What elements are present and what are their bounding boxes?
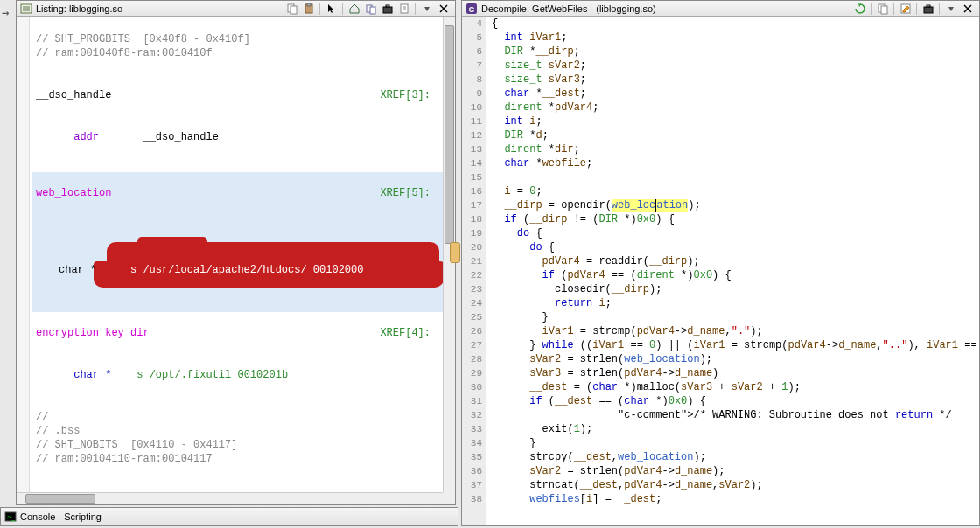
code-line: closedir(__dirp); [486,282,979,296]
svg-rect-10 [383,7,392,13]
line-number: 8 [462,73,482,87]
clone-button[interactable] [363,2,379,16]
notepad-button[interactable] [396,2,412,16]
code-line: if (pdVar4 == (dirent *)0x0) { [486,268,979,282]
line-number: 29 [462,366,482,380]
line-number: 27 [462,338,482,352]
close-button[interactable] [960,2,976,16]
line-number: 19 [462,226,482,240]
decompile-icon: C [466,3,478,15]
line-number: 5 [462,31,482,45]
code-line: "c-comment">/* WARNING: Subroutine does … [486,408,979,422]
listing-line: // .bss [32,424,443,438]
listing-scrollbar-h[interactable] [17,492,443,504]
code-line: size_t sVar3; [486,73,979,87]
code-line: strcpy(__dest,web_location); [486,450,979,464]
paste-button[interactable] [301,2,317,16]
code-line: DIR *d; [486,129,979,142]
line-number: 34 [462,436,482,450]
listing-title: Listing: liblogging.so [36,3,122,14]
code-line: int iVar1; [486,31,979,45]
xref-link[interactable]: XREF[5]: [380,186,430,200]
code-line: pdVar4 = readdir(__dirp); [486,254,979,268]
svg-rect-7 [307,3,311,6]
code-line: { [486,17,979,31]
line-number: 6 [462,45,482,59]
line-number: 33 [462,422,482,436]
code-line: size_t sVar2; [486,59,979,73]
refresh-button[interactable] [852,2,868,16]
code-line: dirent *pdVar4; [486,101,979,115]
code-line: iVar1 = strcmp(pdVar4->d_name,"."); [486,324,979,338]
line-number: 24 [462,296,482,310]
line-number: 32 [462,408,482,422]
svg-rect-20 [881,6,887,14]
listing-line: char * s_/opt/.fixutil_0010201b [32,368,443,382]
svg-text:>_: >_ [7,513,16,521]
panel-collapse-arrow[interactable]: → [2,5,9,19]
line-number: 31 [462,394,482,408]
listing-line: // SHT_PROGBITS [0x40f8 - 0x410f] [32,32,443,46]
decompile-gutter: 4567891011121314151617181920212223242526… [462,17,486,525]
code-line: do { [486,226,979,240]
console-title: Console - Scripting [20,511,102,522]
line-number: 21 [462,254,482,268]
line-number: 22 [462,268,482,282]
menu-button[interactable] [419,2,435,16]
svg-rect-9 [370,7,375,14]
listing-line: // ram:001040f8-ram:0010410f [32,46,443,60]
menu-button[interactable] [943,2,959,16]
line-number: 13 [462,142,482,156]
xref-link[interactable]: XREF[4]: [380,326,430,340]
line-number: 17 [462,198,482,212]
line-number: 15 [462,170,482,184]
listing-line-redacted: char * s_/usr/local/apache2/htdocs/_0010… [32,242,443,298]
code-line: strncat(__dest,pdVar4->d_name,sVar2); [486,478,979,492]
line-number: 36 [462,464,482,478]
xref-link[interactable]: XREF[3]: [380,88,430,102]
line-number: 4 [462,17,482,31]
console-panel: >_ Console - Scripting [0,507,458,526]
briefcase-button[interactable] [380,2,396,16]
copy-button[interactable] [875,2,891,16]
decompile-code-area[interactable]: 4567891011121314151617181920212223242526… [462,17,979,525]
code-line: char *webfile; [486,156,979,170]
code-line: } [486,436,979,450]
listing-line: web_locationXREF[5]: [32,186,443,200]
copy-button[interactable] [284,2,300,16]
line-number: 37 [462,478,482,492]
console-titlebar: >_ Console - Scripting [1,508,458,525]
splitter-knob[interactable] [450,242,460,263]
code-line: return i; [486,296,979,310]
code-line: sVar2 = strlen(web_location); [486,352,979,366]
home-button[interactable] [346,2,362,16]
line-number: 38 [462,492,482,506]
line-number: 35 [462,450,482,464]
line-number: 9 [462,87,482,101]
code-line: if (__dest == (char *)0x0) { [486,394,979,408]
code-line: sVar3 = strlen(pdVar4->d_name) [486,366,979,380]
cursor-toggle[interactable] [324,2,340,16]
code-line: i = 0; [486,184,979,198]
decompile-panel: C Decompile: GetWebFiles - (liblogging.s… [461,0,980,526]
line-number: 10 [462,101,482,115]
code-line: DIR *__dirp; [486,45,979,59]
line-number: 18 [462,212,482,226]
code-line: int i; [486,115,979,129]
listing-code-area[interactable]: // SHT_PROGBITS [0x40f8 - 0x410f] // ram… [17,17,443,492]
close-button[interactable] [436,2,452,16]
svg-rect-23 [927,5,930,7]
code-line: } while ((iVar1 == 0) || (iVar1 = strcmp… [486,338,979,352]
edit-button[interactable] [898,2,914,16]
listing-icon [20,3,32,15]
line-number: 14 [462,156,482,170]
code-line: sVar2 = strlen(pdVar4->d_name); [486,464,979,478]
code-line: __dest = (char *)malloc(sVar3 + sVar2 + … [486,380,979,394]
line-number: 25 [462,310,482,324]
listing-line: // [32,410,443,424]
code-line: exit(1); [486,422,979,436]
decompile-lines: { int iVar1; DIR *__dirp; size_t sVar2; … [486,17,979,525]
line-number: 7 [462,59,482,73]
listing-line: // ram:00104110-ram:00104117 [32,452,443,466]
briefcase-button[interactable] [920,2,936,16]
